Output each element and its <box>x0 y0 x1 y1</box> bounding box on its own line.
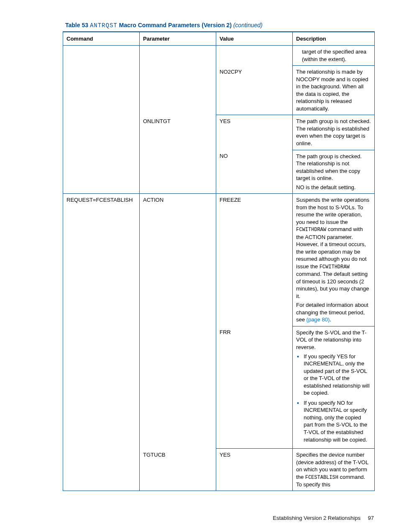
table-row: target of the specified area (within the… <box>63 46 375 66</box>
cell-command: REQUEST=FCESTABLISH <box>63 194 140 326</box>
parameters-table: Command Parameter Value Description targ… <box>63 31 375 491</box>
cell-parameter: ONLINTGT <box>140 115 216 150</box>
desc-text: Specifies the device number (device addr… <box>296 451 371 488</box>
desc-text: The path group is not checked. The relat… <box>296 118 371 147</box>
table-row: TGTUCB YES Specifies the device number (… <box>63 449 375 491</box>
cell-value: NO <box>216 150 293 194</box>
page-number: 97 <box>368 515 374 521</box>
table-row: ONLINTGT YES The path group is not check… <box>63 115 375 150</box>
table-header-row: Command Parameter Value Description <box>63 32 375 46</box>
col-command: Command <box>63 32 140 46</box>
col-description: Description <box>293 32 375 46</box>
desc-text: target of the specified area (within the… <box>296 48 371 63</box>
cell-value <box>216 46 293 66</box>
col-value: Value <box>216 32 293 46</box>
cell-parameter <box>140 326 216 448</box>
cell-description: The path group is not checked. The relat… <box>293 115 375 150</box>
desc-text: The relationship is made by NOCOPY mode … <box>296 68 371 112</box>
footer-section: Establishing Version 2 Relationships <box>273 515 361 521</box>
list-item: If you specify NO for INCREMENTAL or spe… <box>302 399 371 443</box>
caption-prefix: Table 53 <box>65 22 90 28</box>
cell-value: YES <box>216 115 293 150</box>
cell-command <box>63 66 140 115</box>
cell-command <box>63 150 140 194</box>
desc-text: The path group is checked. The relations… <box>296 153 371 182</box>
caption-continued: (continued) <box>233 22 263 28</box>
table-row: REQUEST=FCESTABLISH ACTION FREEZE Suspen… <box>63 194 375 326</box>
cell-description: Suspends the write operations from the h… <box>293 194 375 326</box>
cell-value: FRR <box>216 326 293 448</box>
cell-parameter <box>140 46 216 66</box>
cell-description: The path group is checked. The relations… <box>293 150 375 194</box>
desc-text: Specify the S-VOL and the T-VOL of the r… <box>296 329 371 351</box>
caption-rest: Macro Command Parameters (Version 2) <box>118 22 233 28</box>
page-footer: Establishing Version 2 Relationships 97 <box>273 515 374 521</box>
desc-text: Suspends the write operations from the h… <box>296 196 371 300</box>
table-row: NO2CPY The relationship is made by NOCOP… <box>63 66 375 115</box>
cell-value: NO2CPY <box>216 66 293 115</box>
cell-value: FREEZE <box>216 194 293 326</box>
code-text: FCWITHDRAW <box>296 227 326 233</box>
desc-text: For detailed information about changing … <box>296 301 371 324</box>
bullet-list: If you specify YES for INCREMENTAL, only… <box>296 353 371 444</box>
cell-parameter: TGTUCB <box>140 449 216 491</box>
cell-description: The relationship is made by NOCOPY mode … <box>293 66 375 115</box>
cell-value: YES <box>216 449 293 491</box>
table-caption: Table 53 ANTRQST Macro Command Parameter… <box>65 22 374 29</box>
code-text: FCESTABLISH <box>305 475 338 481</box>
desc-text: NO is the default setting. <box>296 184 371 191</box>
cell-description: target of the specified area (within the… <box>293 46 375 66</box>
cell-parameter: ACTION <box>140 194 216 326</box>
list-item: If you specify YES for INCREMENTAL, only… <box>302 353 371 397</box>
table-row: FRR Specify the S-VOL and the T-VOL of t… <box>63 326 375 448</box>
table-row: NO The path group is checked. The relati… <box>63 150 375 194</box>
cell-command <box>63 326 140 448</box>
cell-parameter <box>140 150 216 194</box>
cell-command <box>63 46 140 66</box>
caption-mono: ANTRQST <box>90 22 118 29</box>
col-parameter: Parameter <box>140 32 216 46</box>
cell-command <box>63 115 140 150</box>
code-text: FCWITHDRAW <box>320 264 350 270</box>
cell-command <box>63 449 140 491</box>
cell-parameter <box>140 66 216 115</box>
page-link[interactable]: (page 80) <box>307 316 330 323</box>
cell-description: Specifies the device number (device addr… <box>293 449 375 491</box>
cell-description: Specify the S-VOL and the T-VOL of the r… <box>293 326 375 448</box>
